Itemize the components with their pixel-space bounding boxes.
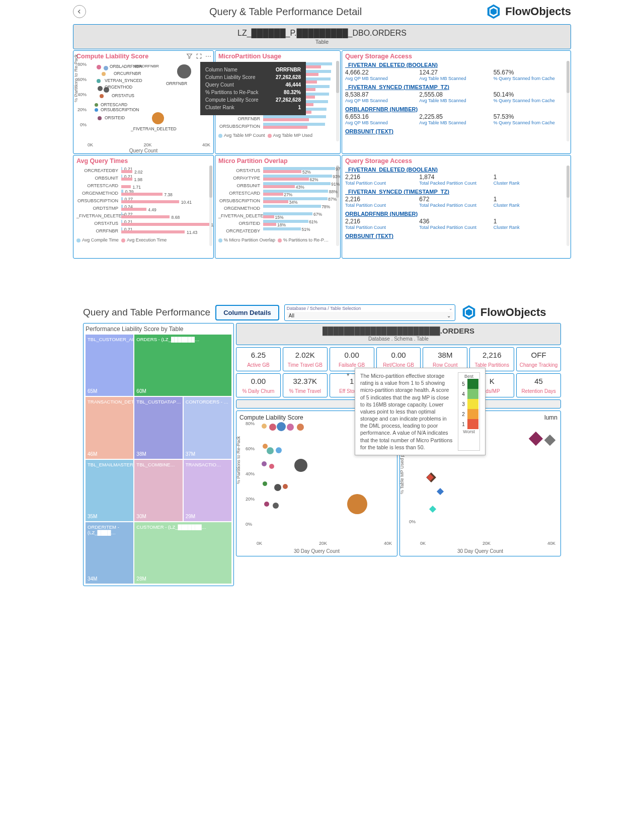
qsa-group-name[interactable]: ORBSUNIT (TEXT) [345,128,568,134]
panel-title: Avg Query Times [76,157,210,165]
treemap-cell[interactable]: TRANSACTIO…29M [184,460,231,521]
treemap-cell[interactable]: CONTORDERS - …37M [184,397,231,458]
treemap-cell[interactable]: TBL_CUSTOMER_AUXILIARY_P…65M [86,335,133,396]
column-details-button[interactable]: Column Details [215,305,279,320]
panel-avg-query-times: Avg Query Times ORCREATEDBY 0.21 2.02ORB… [73,155,214,259]
qsa-group-name[interactable]: ORBLADRFNBR (NUMBER) [345,211,568,217]
legend: % Micro Partition Overlap % Partitions t… [218,237,337,242]
treemap-cell[interactable]: TRANSACTION_DET…46M [86,397,133,458]
table-type-label: Table [73,39,571,45]
legend: Avg Table MP Count Avg Table MP Used [218,133,337,138]
panel-title: MicroPartition Usage [218,53,337,60]
overlap-chart[interactable]: ORSTATUS 97% 52%ORPAYTYPE 93% 62%ORBSUNI… [218,167,337,234]
rating-scale: Best 54321 Worst [458,372,480,451]
bubble-tooltip: Column NameORRFNBR Column Liability Scor… [200,62,306,115]
panel-compute-liability: Compute Liability Score ⋯ % Partitions t… [73,50,214,154]
metric-card: 6.25Active GB [236,347,281,371]
chart-mp-used[interactable]: lumn The Micro-partition effective stora… [399,411,561,556]
qsa-group-name[interactable]: ORBSUNIT (TEXT) [345,233,568,239]
treemap-cell[interactable]: ORDERITEM - (LZ_████…34M [86,522,133,584]
panel-mp-overlap: Micro Partition Overlap ORSTATUS 97% 52%… [215,155,341,259]
treemap-cell[interactable]: TBL_COMBINE…30M [134,460,182,521]
qsa-group-name[interactable]: _FIVETRAN_DELETED (BOOLEAN) [345,167,568,173]
panel-title: Query Storage Access [345,157,568,165]
treemap[interactable]: TBL_CUSTOMER_AUXILIARY_P…65MORDERS - (LZ… [86,335,231,584]
treemap-cell[interactable]: TBL_CUSTDATAP…38M [134,397,182,458]
db-header: ██████████████████████.ORDERS Database .… [236,323,561,345]
panel-mp-usage: MicroPartition Usage Column NameORRFNBR … [215,50,341,154]
metric-card: OFFChange Tracking [516,347,561,371]
panel-title: Performance Liability Score by Table [86,325,231,333]
qsa-group-name[interactable]: ORBLADRFNBR (NUMBER) [345,106,568,112]
metric-card: 45Retention Days [516,373,561,397]
metric-card: 0.00% Daily Churn [236,373,281,397]
metric-card: 32.37K% Time Travel [283,373,328,397]
filter-icon[interactable] [186,53,193,61]
qsa-group-name[interactable]: _FIVETRAN_DELETED (BOOLEAN) [345,62,568,68]
qsa-group-name[interactable]: _FIVETRAN_SYNCED (TIMESTAMP_TZ) [345,84,568,90]
bubble-chart[interactable]: % Partitions to Re-Pack 80% 60% 40% 20% … [76,62,210,146]
table-header-bar: LZ_██████_P.█████████_DBO.ORDERS Table [73,24,571,49]
page-title-2: Query and Table Performance [83,307,210,318]
page-title: Query & Table Performance Detail [86,6,485,18]
treemap-cell[interactable]: CUSTOMER - (LZ_███████…28M [134,522,231,584]
chevron-icon: ⌄ [449,306,453,311]
table-full-name: LZ_██████_P.█████████_DBO.ORDERS [73,29,571,38]
brand-logo: FlowObjects [485,3,571,20]
back-button[interactable] [73,5,86,18]
avg-times-chart[interactable]: ORCREATEDBY 0.21 2.02ORBSUNIT 0.21 1.98O… [76,167,210,234]
scrollbar[interactable] [567,166,570,246]
qsa-group-name[interactable]: _FIVETRAN_SYNCED (TIMESTAMP_TZ) [345,189,568,195]
metric-card: 2.02KTime Travel GB [283,347,328,371]
treemap-cell[interactable]: ORDERS - (LZ_███████…60M [134,335,231,396]
focus-icon[interactable] [196,53,202,61]
panel-title: Query Storage Access [345,53,568,60]
chevron-icon: ⌄ [447,313,451,318]
table-selector[interactable]: Database / Schema / Table Selection⌄ All… [284,304,455,321]
brand-logo: FlowObjects [460,304,546,321]
treemap-panel: Performance Liability Score by Table TBL… [83,323,234,586]
legend: Avg Compile Time Avg Execution Time [76,237,210,242]
panel-qsa-1: Query Storage Access _FIVETRAN_DELETED (… [342,50,571,154]
scrollbar[interactable] [567,61,570,141]
panel-qsa-2: Query Storage Access _FIVETRAN_DELETED (… [342,155,571,259]
panel-title: Micro Partition Overlap [218,157,337,165]
treemap-cell[interactable]: TBL_EMAILMASTER_CUS…35M [86,460,133,521]
more-icon[interactable]: ⋯ [205,53,211,61]
eff-storage-popover: The Micro-partition effective storage ra… [355,368,486,455]
